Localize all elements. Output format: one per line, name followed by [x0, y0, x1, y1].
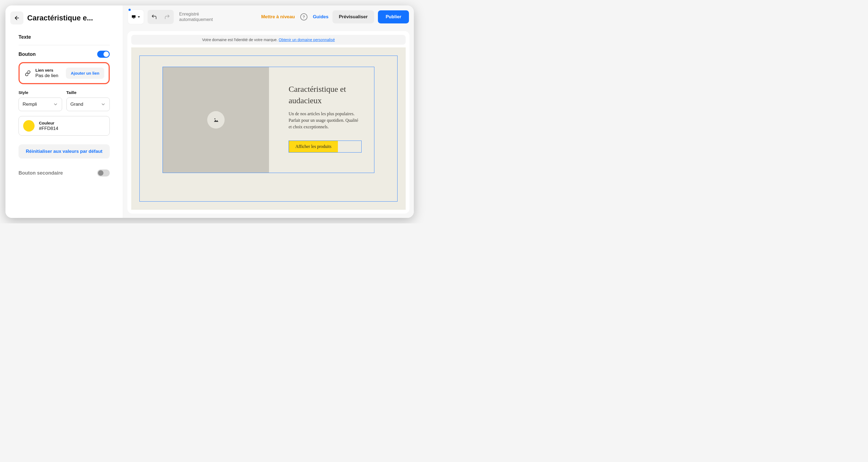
- main: Enregistré automatiquement Mettre à nive…: [123, 5, 414, 218]
- canvas-area: Votre domaine est l'identité de votre ma…: [123, 28, 414, 218]
- style-value: Rempli: [23, 102, 37, 107]
- device-selector[interactable]: [128, 10, 144, 24]
- color-label: Couleur: [39, 121, 58, 125]
- style-select[interactable]: Rempli: [19, 97, 62, 111]
- selection-outer[interactable]: Caractéristique et audacieux Un de nos a…: [140, 56, 398, 202]
- size-value: Grand: [70, 102, 83, 107]
- autosave-status: Enregistré automatiquement: [179, 11, 213, 22]
- undo-button[interactable]: [148, 10, 161, 24]
- toggle-knob: [98, 170, 103, 176]
- link-highlight-box: Lien vers Pas de lien Ajouter un lien: [19, 62, 110, 84]
- toggle-knob: [103, 52, 109, 57]
- style-field: Style Rempli: [19, 90, 62, 111]
- size-select[interactable]: Grand: [66, 97, 110, 111]
- sidebar-body: Texte Bouton Lien vers Pas de lien Ajout…: [5, 30, 123, 218]
- secondary-button-toggle[interactable]: [97, 169, 110, 176]
- desktop-icon: [131, 15, 136, 19]
- redo-icon: [164, 14, 170, 20]
- link-value: Pas de lien: [35, 73, 62, 79]
- text-section-title[interactable]: Texte: [19, 30, 110, 45]
- caret-down-icon: [137, 15, 141, 19]
- sidebar-header: Caractéristique e...: [5, 5, 123, 30]
- help-icon[interactable]: ?: [300, 13, 307, 21]
- add-link-button[interactable]: Ajouter un lien: [66, 67, 104, 79]
- link-label: Lien vers: [35, 68, 62, 73]
- publish-button[interactable]: Publier: [378, 10, 409, 23]
- size-field: Taille Grand: [66, 90, 110, 111]
- secondary-button-label: Bouton secondaire: [19, 170, 63, 176]
- back-button[interactable]: [10, 11, 23, 25]
- svg-marker-3: [138, 16, 140, 18]
- undo-icon: [151, 14, 157, 20]
- preview-button[interactable]: Prévisualiser: [333, 10, 374, 23]
- link-card: Lien vers Pas de lien Ajouter un lien: [23, 66, 105, 80]
- secondary-button-row: Bouton secondaire: [19, 158, 110, 176]
- topbar: Enregistré automatiquement Mettre à nive…: [123, 5, 414, 28]
- image-icon: [213, 117, 219, 123]
- color-swatch: [23, 120, 35, 132]
- banner-text: Votre domaine est l'identité de votre ma…: [202, 37, 279, 42]
- banner-link[interactable]: Obtenir un domaine personnalisé: [279, 37, 335, 42]
- color-value: #FFD814: [39, 126, 58, 131]
- domain-banner: Votre domaine est l'identité de votre ma…: [131, 35, 406, 45]
- cta-button[interactable]: Afficher les produits: [289, 141, 338, 152]
- reset-button[interactable]: Réinitialiser aux valeurs par défaut: [19, 144, 110, 158]
- button-section-title: Bouton: [19, 52, 36, 57]
- notification-dot-icon: [128, 9, 131, 11]
- link-icon: [24, 69, 32, 77]
- image-placeholder[interactable]: [163, 67, 269, 173]
- button-section-row: Bouton: [19, 49, 110, 62]
- guides-link[interactable]: Guides: [313, 14, 329, 20]
- hero-description[interactable]: Un de nos articles les plus populaires. …: [289, 111, 362, 130]
- autosave-line2: automatiquement: [179, 17, 213, 22]
- size-label: Taille: [66, 90, 110, 95]
- cta-selection[interactable]: Afficher les produits: [289, 141, 362, 152]
- svg-marker-5: [214, 120, 219, 122]
- sidebar: Caractéristique e... Texte Bouton Lien v…: [5, 5, 123, 218]
- svg-rect-1: [132, 15, 135, 18]
- content-column: Caractéristique et audacieux Un de nos a…: [269, 67, 374, 173]
- undo-redo-group: [148, 10, 174, 24]
- style-label: Style: [19, 90, 62, 95]
- canvas-content[interactable]: Caractéristique et audacieux Un de nos a…: [131, 48, 406, 210]
- divider: [19, 45, 110, 45]
- link-label-col: Lien vers Pas de lien: [35, 68, 62, 79]
- chevron-down-icon: [53, 102, 58, 107]
- chevron-down-icon: [101, 102, 106, 107]
- app-window: Caractéristique e... Texte Bouton Lien v…: [5, 5, 414, 218]
- svg-point-4: [215, 118, 216, 120]
- selection-inner[interactable]: Caractéristique et audacieux Un de nos a…: [162, 67, 374, 173]
- style-size-row: Style Rempli Taille Grand: [19, 90, 110, 111]
- svg-rect-2: [133, 18, 134, 19]
- autosave-line1: Enregistré: [179, 11, 213, 17]
- upgrade-link[interactable]: Mettre à niveau: [261, 14, 295, 20]
- arrow-left-icon: [14, 15, 20, 21]
- color-col: Couleur #FFD814: [39, 121, 58, 131]
- hero-title[interactable]: Caractéristique et audacieux: [289, 83, 362, 106]
- color-card[interactable]: Couleur #FFD814: [19, 116, 110, 136]
- button-toggle[interactable]: [97, 51, 110, 58]
- image-placeholder-circle: [207, 111, 225, 128]
- page-title: Caractéristique e...: [27, 14, 93, 22]
- canvas-card: Votre domaine est l'identité de votre ma…: [127, 31, 409, 213]
- redo-button: [161, 10, 174, 24]
